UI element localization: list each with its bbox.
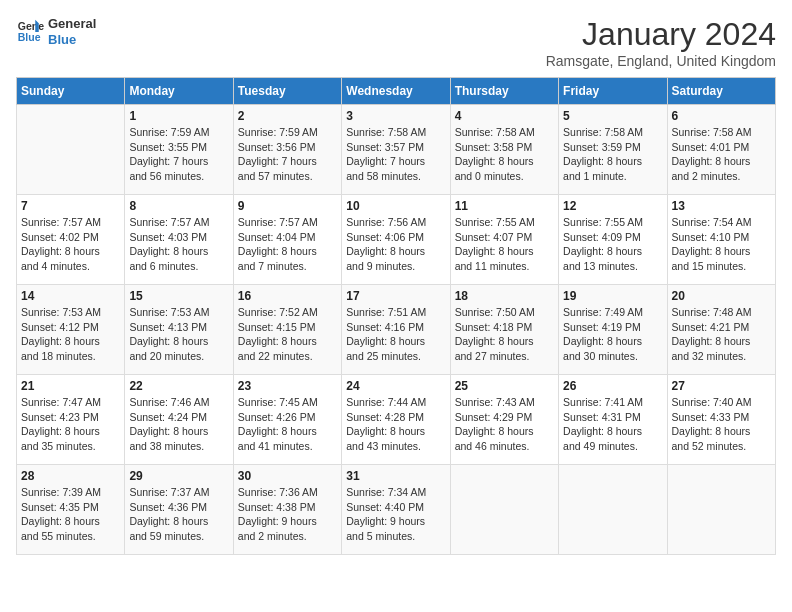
day-number: 6 [672, 109, 771, 123]
day-number: 31 [346, 469, 445, 483]
day-number: 29 [129, 469, 228, 483]
day-number: 20 [672, 289, 771, 303]
day-detail: Sunrise: 7:44 AMSunset: 4:28 PMDaylight:… [346, 395, 445, 454]
col-header-thursday: Thursday [450, 78, 558, 105]
day-number: 14 [21, 289, 120, 303]
day-number: 11 [455, 199, 554, 213]
calendar-table: SundayMondayTuesdayWednesdayThursdayFrid… [16, 77, 776, 555]
calendar-cell: 25Sunrise: 7:43 AMSunset: 4:29 PMDayligh… [450, 375, 558, 465]
calendar-cell: 8Sunrise: 7:57 AMSunset: 4:03 PMDaylight… [125, 195, 233, 285]
logo-line2: Blue [48, 32, 96, 48]
day-number: 10 [346, 199, 445, 213]
calendar-cell: 23Sunrise: 7:45 AMSunset: 4:26 PMDayligh… [233, 375, 341, 465]
calendar-cell: 5Sunrise: 7:58 AMSunset: 3:59 PMDaylight… [559, 105, 667, 195]
day-number: 25 [455, 379, 554, 393]
day-detail: Sunrise: 7:40 AMSunset: 4:33 PMDaylight:… [672, 395, 771, 454]
calendar-cell: 3Sunrise: 7:58 AMSunset: 3:57 PMDaylight… [342, 105, 450, 195]
calendar-cell: 16Sunrise: 7:52 AMSunset: 4:15 PMDayligh… [233, 285, 341, 375]
day-detail: Sunrise: 7:43 AMSunset: 4:29 PMDaylight:… [455, 395, 554, 454]
title-block: January 2024 Ramsgate, England, United K… [546, 16, 776, 69]
calendar-cell: 27Sunrise: 7:40 AMSunset: 4:33 PMDayligh… [667, 375, 775, 465]
calendar-cell: 20Sunrise: 7:48 AMSunset: 4:21 PMDayligh… [667, 285, 775, 375]
day-detail: Sunrise: 7:51 AMSunset: 4:16 PMDaylight:… [346, 305, 445, 364]
day-detail: Sunrise: 7:57 AMSunset: 4:04 PMDaylight:… [238, 215, 337, 274]
day-detail: Sunrise: 7:45 AMSunset: 4:26 PMDaylight:… [238, 395, 337, 454]
location-subtitle: Ramsgate, England, United Kingdom [546, 53, 776, 69]
day-number: 4 [455, 109, 554, 123]
day-number: 27 [672, 379, 771, 393]
day-detail: Sunrise: 7:55 AMSunset: 4:09 PMDaylight:… [563, 215, 662, 274]
day-detail: Sunrise: 7:58 AMSunset: 3:59 PMDaylight:… [563, 125, 662, 184]
day-number: 9 [238, 199, 337, 213]
day-number: 1 [129, 109, 228, 123]
col-header-friday: Friday [559, 78, 667, 105]
day-detail: Sunrise: 7:56 AMSunset: 4:06 PMDaylight:… [346, 215, 445, 274]
day-number: 8 [129, 199, 228, 213]
calendar-cell: 30Sunrise: 7:36 AMSunset: 4:38 PMDayligh… [233, 465, 341, 555]
calendar-cell: 17Sunrise: 7:51 AMSunset: 4:16 PMDayligh… [342, 285, 450, 375]
col-header-monday: Monday [125, 78, 233, 105]
svg-text:Blue: Blue [18, 30, 41, 42]
calendar-cell [559, 465, 667, 555]
day-number: 21 [21, 379, 120, 393]
day-detail: Sunrise: 7:57 AMSunset: 4:02 PMDaylight:… [21, 215, 120, 274]
day-detail: Sunrise: 7:57 AMSunset: 4:03 PMDaylight:… [129, 215, 228, 274]
day-number: 7 [21, 199, 120, 213]
calendar-cell: 9Sunrise: 7:57 AMSunset: 4:04 PMDaylight… [233, 195, 341, 285]
calendar-cell: 18Sunrise: 7:50 AMSunset: 4:18 PMDayligh… [450, 285, 558, 375]
day-detail: Sunrise: 7:47 AMSunset: 4:23 PMDaylight:… [21, 395, 120, 454]
logo-line1: General [48, 16, 96, 32]
day-detail: Sunrise: 7:53 AMSunset: 4:12 PMDaylight:… [21, 305, 120, 364]
calendar-cell: 4Sunrise: 7:58 AMSunset: 3:58 PMDaylight… [450, 105, 558, 195]
day-detail: Sunrise: 7:59 AMSunset: 3:55 PMDaylight:… [129, 125, 228, 184]
calendar-cell [17, 105, 125, 195]
day-detail: Sunrise: 7:39 AMSunset: 4:35 PMDaylight:… [21, 485, 120, 544]
col-header-sunday: Sunday [17, 78, 125, 105]
calendar-cell: 7Sunrise: 7:57 AMSunset: 4:02 PMDaylight… [17, 195, 125, 285]
day-number: 12 [563, 199, 662, 213]
day-number: 2 [238, 109, 337, 123]
day-number: 18 [455, 289, 554, 303]
calendar-cell: 11Sunrise: 7:55 AMSunset: 4:07 PMDayligh… [450, 195, 558, 285]
calendar-cell: 21Sunrise: 7:47 AMSunset: 4:23 PMDayligh… [17, 375, 125, 465]
day-number: 5 [563, 109, 662, 123]
calendar-cell: 26Sunrise: 7:41 AMSunset: 4:31 PMDayligh… [559, 375, 667, 465]
day-detail: Sunrise: 7:58 AMSunset: 4:01 PMDaylight:… [672, 125, 771, 184]
day-number: 28 [21, 469, 120, 483]
day-detail: Sunrise: 7:58 AMSunset: 3:57 PMDaylight:… [346, 125, 445, 184]
month-title: January 2024 [546, 16, 776, 53]
calendar-cell: 13Sunrise: 7:54 AMSunset: 4:10 PMDayligh… [667, 195, 775, 285]
logo-icon: General Blue [16, 18, 44, 46]
day-detail: Sunrise: 7:46 AMSunset: 4:24 PMDaylight:… [129, 395, 228, 454]
day-detail: Sunrise: 7:59 AMSunset: 3:56 PMDaylight:… [238, 125, 337, 184]
day-detail: Sunrise: 7:37 AMSunset: 4:36 PMDaylight:… [129, 485, 228, 544]
calendar-cell: 2Sunrise: 7:59 AMSunset: 3:56 PMDaylight… [233, 105, 341, 195]
calendar-cell: 15Sunrise: 7:53 AMSunset: 4:13 PMDayligh… [125, 285, 233, 375]
day-detail: Sunrise: 7:36 AMSunset: 4:38 PMDaylight:… [238, 485, 337, 544]
day-detail: Sunrise: 7:55 AMSunset: 4:07 PMDaylight:… [455, 215, 554, 274]
calendar-cell [667, 465, 775, 555]
logo: General Blue General Blue [16, 16, 96, 47]
day-number: 23 [238, 379, 337, 393]
day-number: 16 [238, 289, 337, 303]
calendar-cell: 31Sunrise: 7:34 AMSunset: 4:40 PMDayligh… [342, 465, 450, 555]
calendar-cell: 19Sunrise: 7:49 AMSunset: 4:19 PMDayligh… [559, 285, 667, 375]
col-header-tuesday: Tuesday [233, 78, 341, 105]
calendar-cell: 14Sunrise: 7:53 AMSunset: 4:12 PMDayligh… [17, 285, 125, 375]
day-detail: Sunrise: 7:50 AMSunset: 4:18 PMDaylight:… [455, 305, 554, 364]
day-number: 30 [238, 469, 337, 483]
calendar-cell [450, 465, 558, 555]
calendar-cell: 1Sunrise: 7:59 AMSunset: 3:55 PMDaylight… [125, 105, 233, 195]
page-header: General Blue General Blue January 2024 R… [16, 16, 776, 69]
day-number: 15 [129, 289, 228, 303]
calendar-cell: 28Sunrise: 7:39 AMSunset: 4:35 PMDayligh… [17, 465, 125, 555]
calendar-cell: 24Sunrise: 7:44 AMSunset: 4:28 PMDayligh… [342, 375, 450, 465]
day-detail: Sunrise: 7:54 AMSunset: 4:10 PMDaylight:… [672, 215, 771, 274]
calendar-cell: 6Sunrise: 7:58 AMSunset: 4:01 PMDaylight… [667, 105, 775, 195]
day-detail: Sunrise: 7:49 AMSunset: 4:19 PMDaylight:… [563, 305, 662, 364]
day-number: 13 [672, 199, 771, 213]
day-detail: Sunrise: 7:48 AMSunset: 4:21 PMDaylight:… [672, 305, 771, 364]
day-detail: Sunrise: 7:52 AMSunset: 4:15 PMDaylight:… [238, 305, 337, 364]
col-header-wednesday: Wednesday [342, 78, 450, 105]
day-number: 26 [563, 379, 662, 393]
